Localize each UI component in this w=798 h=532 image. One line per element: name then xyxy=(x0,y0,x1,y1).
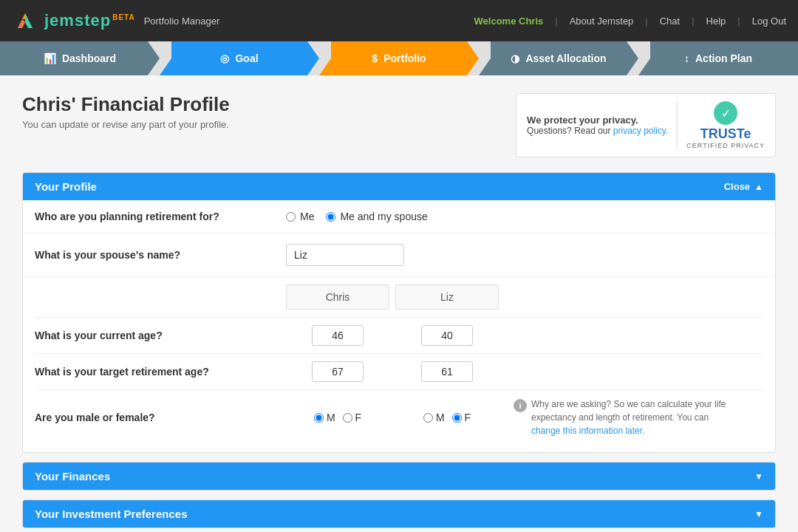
action-icon: ↕ xyxy=(684,52,689,64)
finances-section: Your Finances ▼ xyxy=(22,462,776,491)
goal-icon: ◎ xyxy=(220,52,229,64)
finances-section-title: Your Finances xyxy=(35,470,110,482)
nav-asset-allocation[interactable]: ◑ Asset Allocation xyxy=(479,41,638,75)
chris-age-input[interactable] xyxy=(312,325,364,346)
page-title: Chris' Financial Profile xyxy=(22,93,230,116)
spouse-name-input[interactable] xyxy=(286,244,404,266)
retirement-for-options: Me Me and my spouse xyxy=(286,211,428,222)
gender-row: Are you male or female? M F M xyxy=(35,389,763,452)
investment-section-header[interactable]: Your Investment Preferences ▼ xyxy=(23,500,775,528)
chevron-down-icon-2: ▼ xyxy=(754,509,763,519)
header-nav: Welcome Chris | About Jemstep | Chat | H… xyxy=(474,16,786,27)
portfolio-icon: $ xyxy=(372,52,378,64)
info-text: Why are we asking? So we can calculate y… xyxy=(531,398,738,437)
chris-female-option[interactable]: F xyxy=(343,412,362,423)
col-liz: Liz xyxy=(395,284,499,310)
finances-section-header[interactable]: Your Finances ▼ xyxy=(23,463,775,490)
logo-subtitle: Portfolio Manager xyxy=(144,16,220,27)
truste-box: ✓ TRUSTe CERTIFIED PRIVACY xyxy=(677,101,765,149)
liz-retire-cell xyxy=(395,361,499,382)
liz-male-option[interactable]: M xyxy=(423,412,445,423)
col-chris: Chris xyxy=(286,284,389,310)
chris-gender-options: M F xyxy=(314,412,361,423)
retirement-for-label: Who are you planning retirement for? xyxy=(35,211,286,222)
gender-info-note: i Why are we asking? So we can calculate… xyxy=(514,398,738,437)
column-headers-row: Chris Liz What is your current age? What… xyxy=(23,277,775,452)
column-headers: Chris Liz xyxy=(35,277,763,317)
about-link[interactable]: About Jemstep xyxy=(570,16,634,27)
spouse-name-row: What is your spouse's name? xyxy=(23,233,775,277)
liz-age-input[interactable] xyxy=(421,325,473,346)
retirement-age-row: What is your target retirement age? xyxy=(35,353,763,389)
nav-portfolio-label: Portfolio xyxy=(383,52,426,64)
liz-female-option[interactable]: F xyxy=(452,412,471,423)
profile-section-header[interactable]: Your Profile Close ▲ xyxy=(23,173,775,200)
profile-close-button[interactable]: Close ▲ xyxy=(724,181,763,192)
page-subtitle: You can update or revise any part of you… xyxy=(22,119,230,130)
asset-icon: ◑ xyxy=(511,52,519,64)
help-link[interactable]: Help xyxy=(706,16,726,27)
truste-sub: CERTIFIED PRIVACY xyxy=(686,142,765,149)
liz-retire-input[interactable] xyxy=(421,361,473,382)
chris-retire-input[interactable] xyxy=(312,361,364,382)
logo-icon xyxy=(12,7,38,34)
logout-link[interactable]: Log Out xyxy=(752,16,786,27)
privacy-text: We protect your privacy. Questions? Read… xyxy=(527,115,668,136)
liz-age-cell xyxy=(395,325,499,346)
spouse-name-label: What is your spouse's name? xyxy=(35,249,286,261)
chris-gender-cell: M F xyxy=(286,412,389,423)
option-me-spouse[interactable]: Me and my spouse xyxy=(326,211,427,222)
truste-icon: ✓ xyxy=(714,101,737,125)
nav-bar: 📊 Dashboard ◎ Goal $ Portfolio ◑ Asset A… xyxy=(0,41,798,75)
nav-asset-label: Asset Allocation xyxy=(525,52,606,64)
nav-dashboard-label: Dashboard xyxy=(62,52,116,64)
title-area: Chris' Financial Profile You can update … xyxy=(22,93,230,145)
truste-logo: TRUSTe xyxy=(700,126,751,142)
chris-age-cell xyxy=(286,325,389,346)
logo-text: jemstepBETA xyxy=(44,11,135,30)
main-content: Chris' Financial Profile You can update … xyxy=(0,75,798,532)
nav-dashboard[interactable]: 📊 Dashboard xyxy=(0,41,160,75)
nav-goal[interactable]: ◎ Goal xyxy=(160,41,319,75)
info-link[interactable]: change this information later. xyxy=(531,426,644,436)
chris-male-option[interactable]: M xyxy=(314,412,335,423)
current-age-label: What is your current age? xyxy=(35,330,286,341)
chevron-down-icon: ▼ xyxy=(754,471,763,482)
liz-gender-cell: M F xyxy=(395,412,499,423)
profile-section-title: Your Profile xyxy=(35,180,97,193)
option-me[interactable]: Me xyxy=(286,211,314,222)
nav-portfolio[interactable]: $ Portfolio xyxy=(319,41,479,75)
title-row: Chris' Financial Profile You can update … xyxy=(22,93,776,157)
welcome-text: Welcome Chris xyxy=(474,16,544,27)
privacy-link[interactable]: privacy policy. xyxy=(613,126,668,136)
liz-gender-options: M F xyxy=(423,412,471,423)
info-icon: i xyxy=(514,399,527,412)
dashboard-icon: 📊 xyxy=(44,52,56,64)
chris-retire-cell xyxy=(286,361,389,382)
gender-label: Are you male or female? xyxy=(35,412,286,423)
retirement-for-row: Who are you planning retirement for? Me … xyxy=(23,200,775,233)
privacy-box: We protect your privacy. Questions? Read… xyxy=(516,93,776,157)
investment-section-title: Your Investment Preferences xyxy=(35,508,187,520)
retirement-age-label: What is your target retirement age? xyxy=(35,366,286,378)
logo-area: jemstepBETA Portfolio Manager xyxy=(12,7,219,34)
nav-action-plan[interactable]: ↕ Action Plan xyxy=(638,41,798,75)
nav-action-label: Action Plan xyxy=(695,52,752,64)
svg-marker-2 xyxy=(18,19,25,28)
app-header: jemstepBETA Portfolio Manager Welcome Ch… xyxy=(0,0,798,41)
profile-section: Your Profile Close ▲ Who are you plannin… xyxy=(22,172,776,453)
chevron-up-icon: ▲ xyxy=(754,182,763,192)
nav-goal-label: Goal xyxy=(235,52,258,64)
current-age-row: What is your current age? xyxy=(35,317,763,353)
chat-link[interactable]: Chat xyxy=(660,16,680,27)
investment-section: Your Investment Preferences ▼ xyxy=(22,499,776,528)
svg-marker-1 xyxy=(25,13,33,28)
